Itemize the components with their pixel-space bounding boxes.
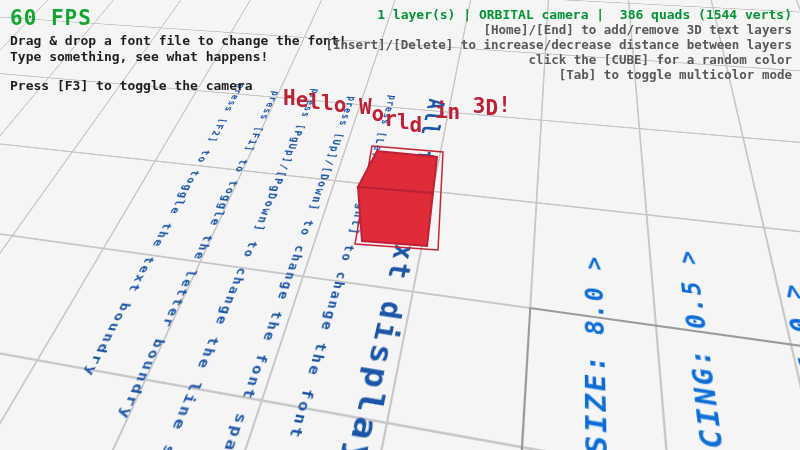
camera-toggle-hint: Press [F3] to toggle the camera bbox=[10, 78, 253, 93]
wavy-hello-text: Hello World in 3D! bbox=[283, 86, 511, 110]
fps-counter: 60 FPS bbox=[10, 6, 92, 30]
instruction-drag-drop: Drag & drop a font file to change the fo… bbox=[10, 33, 347, 48]
right-hint-block: 1 layer(s) | ORBITAL camera | 386 quads … bbox=[325, 7, 792, 82]
render-stats: 1 layer(s) | ORBITAL camera | 386 quads … bbox=[325, 7, 792, 22]
app-window: All the text displayed here is, in 3D pr… bbox=[0, 0, 800, 450]
hint-cube-color: click the [CUBE] for a random color bbox=[325, 52, 792, 67]
hint-multicolor: [Tab] to toggle multicolor mode bbox=[325, 67, 792, 82]
cube-front-face bbox=[358, 187, 433, 246]
hint-layers: [Home]/[End] to add/remove 3D text layer… bbox=[325, 22, 792, 37]
hint-layer-distance: [Insert]/[Delete] to increase/decrease d… bbox=[325, 37, 792, 52]
instruction-type: Type something, see what happens! bbox=[10, 49, 268, 64]
